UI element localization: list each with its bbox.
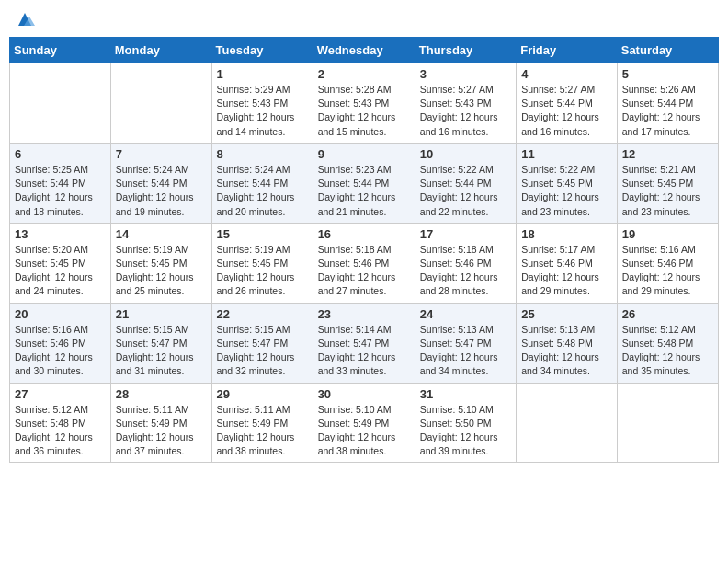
day-number: 21 [116, 307, 207, 321]
day-number: 6 [15, 147, 106, 161]
day-number: 9 [318, 147, 410, 161]
day-number: 22 [217, 307, 308, 321]
day-info: Sunrise: 5:26 AMSunset: 5:44 PMDaylight:… [622, 83, 713, 139]
calendar-cell: 24Sunrise: 5:13 AMSunset: 5:47 PMDayligh… [415, 303, 516, 383]
calendar-cell [517, 383, 618, 463]
calendar-cell: 11Sunrise: 5:22 AMSunset: 5:45 PMDayligh… [517, 143, 618, 223]
day-number: 4 [521, 67, 612, 81]
day-info: Sunrise: 5:27 AMSunset: 5:44 PMDaylight:… [521, 83, 612, 139]
calendar-cell: 19Sunrise: 5:16 AMSunset: 5:46 PMDayligh… [617, 223, 718, 303]
calendar-cell: 16Sunrise: 5:18 AMSunset: 5:46 PMDayligh… [313, 223, 415, 303]
calendar-cell: 2Sunrise: 5:28 AMSunset: 5:43 PMDaylight… [313, 63, 415, 144]
calendar-cell: 7Sunrise: 5:24 AMSunset: 5:44 PMDaylight… [110, 143, 211, 223]
weekday-header-tuesday: Tuesday [211, 38, 313, 63]
calendar-cell: 23Sunrise: 5:14 AMSunset: 5:47 PMDayligh… [313, 303, 415, 383]
day-info: Sunrise: 5:29 AMSunset: 5:43 PMDaylight:… [217, 83, 308, 139]
day-info: Sunrise: 5:10 AMSunset: 5:49 PMDaylight:… [318, 403, 410, 459]
calendar-cell: 25Sunrise: 5:13 AMSunset: 5:48 PMDayligh… [517, 303, 618, 383]
day-info: Sunrise: 5:16 AMSunset: 5:46 PMDaylight:… [15, 323, 106, 379]
day-number: 8 [217, 147, 308, 161]
calendar-cell [110, 63, 211, 144]
weekday-header-row: SundayMondayTuesdayWednesdayThursdayFrid… [10, 38, 719, 63]
day-info: Sunrise: 5:18 AMSunset: 5:46 PMDaylight:… [318, 243, 410, 299]
calendar-cell: 1Sunrise: 5:29 AMSunset: 5:43 PMDaylight… [211, 63, 313, 144]
day-info: Sunrise: 5:12 AMSunset: 5:48 PMDaylight:… [622, 323, 713, 379]
weekday-header-saturday: Saturday [617, 38, 718, 63]
calendar-week-row: 20Sunrise: 5:16 AMSunset: 5:46 PMDayligh… [10, 303, 719, 383]
day-number: 28 [116, 387, 207, 401]
logo [13, 9, 35, 29]
weekday-header-wednesday: Wednesday [313, 38, 415, 63]
day-info: Sunrise: 5:22 AMSunset: 5:44 PMDaylight:… [420, 163, 511, 219]
day-number: 12 [622, 147, 713, 161]
day-info: Sunrise: 5:10 AMSunset: 5:50 PMDaylight:… [420, 403, 511, 459]
day-number: 17 [420, 227, 511, 241]
day-info: Sunrise: 5:15 AMSunset: 5:47 PMDaylight:… [116, 323, 207, 379]
calendar-cell: 17Sunrise: 5:18 AMSunset: 5:46 PMDayligh… [415, 223, 516, 303]
day-info: Sunrise: 5:17 AMSunset: 5:46 PMDaylight:… [521, 243, 612, 299]
calendar-cell: 12Sunrise: 5:21 AMSunset: 5:45 PMDayligh… [617, 143, 718, 223]
day-number: 18 [521, 227, 612, 241]
day-number: 24 [420, 307, 511, 321]
calendar-cell: 5Sunrise: 5:26 AMSunset: 5:44 PMDaylight… [617, 63, 718, 144]
calendar-cell: 10Sunrise: 5:22 AMSunset: 5:44 PMDayligh… [415, 143, 516, 223]
weekday-header-friday: Friday [517, 38, 618, 63]
day-info: Sunrise: 5:22 AMSunset: 5:45 PMDaylight:… [521, 163, 612, 219]
day-info: Sunrise: 5:19 AMSunset: 5:45 PMDaylight:… [116, 243, 207, 299]
day-info: Sunrise: 5:11 AMSunset: 5:49 PMDaylight:… [116, 403, 207, 459]
day-number: 30 [318, 387, 410, 401]
calendar-cell [617, 383, 718, 463]
calendar-week-row: 1Sunrise: 5:29 AMSunset: 5:43 PMDaylight… [10, 63, 719, 144]
day-number: 20 [15, 307, 106, 321]
day-number: 25 [521, 307, 612, 321]
day-info: Sunrise: 5:27 AMSunset: 5:43 PMDaylight:… [420, 83, 511, 139]
weekday-header-monday: Monday [110, 38, 211, 63]
calendar-cell: 21Sunrise: 5:15 AMSunset: 5:47 PMDayligh… [110, 303, 211, 383]
weekday-header-sunday: Sunday [10, 38, 111, 63]
day-number: 3 [420, 67, 511, 81]
calendar-cell: 6Sunrise: 5:25 AMSunset: 5:44 PMDaylight… [10, 143, 111, 223]
day-number: 5 [622, 67, 713, 81]
calendar-cell: 13Sunrise: 5:20 AMSunset: 5:45 PMDayligh… [10, 223, 111, 303]
calendar-table: SundayMondayTuesdayWednesdayThursdayFrid… [9, 37, 719, 463]
day-number: 31 [420, 387, 511, 401]
day-number: 29 [217, 387, 308, 401]
day-info: Sunrise: 5:12 AMSunset: 5:48 PMDaylight:… [15, 403, 106, 459]
calendar-cell: 4Sunrise: 5:27 AMSunset: 5:44 PMDaylight… [517, 63, 618, 144]
day-number: 14 [116, 227, 207, 241]
day-number: 13 [15, 227, 106, 241]
calendar-cell: 29Sunrise: 5:11 AMSunset: 5:49 PMDayligh… [211, 383, 313, 463]
logo-icon [15, 9, 35, 29]
calendar-cell: 27Sunrise: 5:12 AMSunset: 5:48 PMDayligh… [10, 383, 111, 463]
day-number: 15 [217, 227, 308, 241]
day-number: 16 [318, 227, 410, 241]
calendar-cell: 9Sunrise: 5:23 AMSunset: 5:44 PMDaylight… [313, 143, 415, 223]
calendar-cell: 31Sunrise: 5:10 AMSunset: 5:50 PMDayligh… [415, 383, 516, 463]
calendar-cell: 18Sunrise: 5:17 AMSunset: 5:46 PMDayligh… [517, 223, 618, 303]
calendar-week-row: 13Sunrise: 5:20 AMSunset: 5:45 PMDayligh… [10, 223, 719, 303]
day-info: Sunrise: 5:24 AMSunset: 5:44 PMDaylight:… [116, 163, 207, 219]
day-info: Sunrise: 5:14 AMSunset: 5:47 PMDaylight:… [318, 323, 410, 379]
day-number: 11 [521, 147, 612, 161]
day-number: 10 [420, 147, 511, 161]
day-info: Sunrise: 5:28 AMSunset: 5:43 PMDaylight:… [318, 83, 410, 139]
calendar-cell: 26Sunrise: 5:12 AMSunset: 5:48 PMDayligh… [617, 303, 718, 383]
weekday-header-thursday: Thursday [415, 38, 516, 63]
day-info: Sunrise: 5:20 AMSunset: 5:45 PMDaylight:… [15, 243, 106, 299]
calendar-cell: 3Sunrise: 5:27 AMSunset: 5:43 PMDaylight… [415, 63, 516, 144]
day-info: Sunrise: 5:19 AMSunset: 5:45 PMDaylight:… [217, 243, 308, 299]
day-info: Sunrise: 5:24 AMSunset: 5:44 PMDaylight:… [217, 163, 308, 219]
day-info: Sunrise: 5:25 AMSunset: 5:44 PMDaylight:… [15, 163, 106, 219]
page-header [9, 9, 719, 29]
day-info: Sunrise: 5:11 AMSunset: 5:49 PMDaylight:… [217, 403, 308, 459]
day-number: 2 [318, 67, 410, 81]
day-info: Sunrise: 5:16 AMSunset: 5:46 PMDaylight:… [622, 243, 713, 299]
day-info: Sunrise: 5:21 AMSunset: 5:45 PMDaylight:… [622, 163, 713, 219]
calendar-cell: 8Sunrise: 5:24 AMSunset: 5:44 PMDaylight… [211, 143, 313, 223]
day-number: 27 [15, 387, 106, 401]
calendar-week-row: 27Sunrise: 5:12 AMSunset: 5:48 PMDayligh… [10, 383, 719, 463]
day-info: Sunrise: 5:13 AMSunset: 5:47 PMDaylight:… [420, 323, 511, 379]
day-info: Sunrise: 5:13 AMSunset: 5:48 PMDaylight:… [521, 323, 612, 379]
day-number: 7 [116, 147, 207, 161]
calendar-cell: 14Sunrise: 5:19 AMSunset: 5:45 PMDayligh… [110, 223, 211, 303]
